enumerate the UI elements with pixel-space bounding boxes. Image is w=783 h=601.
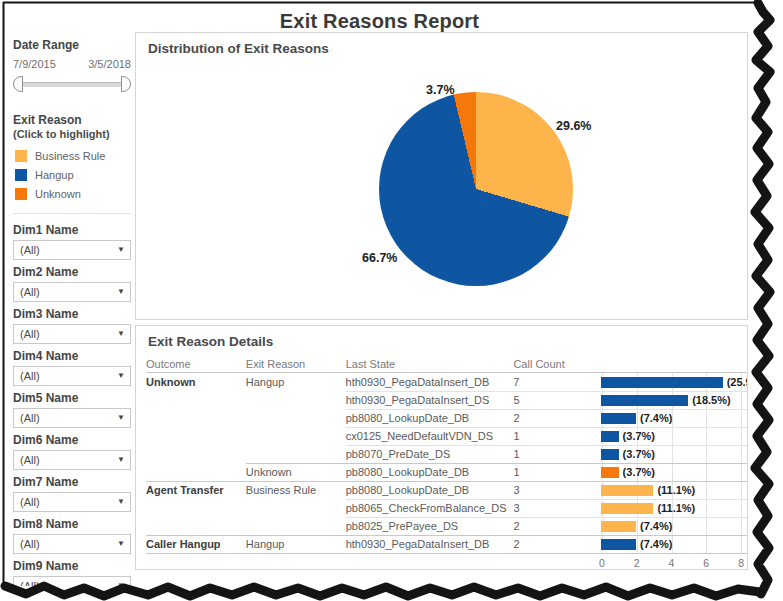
axis-tick-label: 0 (599, 557, 605, 569)
call-count-bar[interactable] (601, 413, 636, 424)
sidebar: Date Range 7/9/2015 3/5/2018 Exit Reason… (11, 30, 133, 586)
call-count-bar[interactable] (601, 521, 636, 532)
filter-label: Dim5 Name (13, 391, 131, 405)
table-row: pb8070_PreDate_DS 1 (3.7%) (146, 445, 747, 463)
call-count-bar[interactable] (601, 503, 653, 514)
call-count-bar[interactable] (601, 539, 636, 550)
cell-last-state: pb8080_LookupDate_DB (346, 409, 514, 427)
filter-label: Dim4 Name (13, 349, 131, 363)
cell-last-state: hth0930_PegaDataInsert_DB (346, 373, 514, 391)
filter-label: Dim9 Name (13, 559, 131, 573)
cell-call-count: 1 (513, 463, 601, 481)
axis-tick-label: 8 (738, 557, 744, 569)
call-count-bar[interactable] (601, 449, 618, 460)
column-header-exit-reason: Exit Reason (246, 356, 346, 372)
dashboard-content: Exit Reasons Report Date Range 7/9/2015 … (4, 4, 755, 586)
table-row: Unknown Hangup hth0930_PegaDataInsert_DB… (146, 373, 747, 391)
filter-selected-value: (All) (20, 493, 40, 511)
cell-call-count: 2 (513, 535, 601, 553)
filter-label: Dim8 Name (13, 517, 131, 531)
filter-selected-value: (All) (20, 451, 40, 469)
bar-percentage-label: (7.4%) (640, 518, 672, 535)
call-count-bar[interactable] (601, 395, 688, 406)
dimension-filter: Dim4 Name (All) ▼ (13, 349, 131, 386)
cell-last-state: hth0930_PegaDataInsert_DB (346, 535, 514, 553)
cell-exit-reason (246, 517, 346, 535)
table-header: Outcome Exit Reason Last State Call Coun… (146, 356, 747, 373)
filter-dropdown[interactable]: (All) ▼ (13, 576, 131, 586)
filter-dropdown[interactable]: (All) ▼ (13, 324, 131, 344)
slider-handle-right[interactable] (121, 76, 131, 92)
filter-dropdown[interactable]: (All) ▼ (13, 282, 131, 302)
filter-dropdown[interactable]: (All) ▼ (13, 408, 131, 428)
slider-handle-left[interactable] (13, 76, 23, 92)
bar-percentage-label: (3.7%) (623, 446, 655, 463)
chevron-down-icon: ▼ (117, 246, 125, 254)
legend-item[interactable]: Hangup (13, 165, 131, 184)
table-row: pb8065_CheckFromBalance_DS 3 (11.1%) (146, 499, 747, 517)
cell-exit-reason (246, 445, 346, 463)
pie-slice-label-hangup: 66.7% (362, 251, 397, 265)
details-table: Outcome Exit Reason Last State Call Coun… (146, 356, 747, 570)
bar-percentage-label: (25.9%) (727, 374, 748, 391)
legend-item[interactable]: Unknown (13, 184, 131, 203)
filter-selected-value: (All) (20, 409, 40, 427)
filter-dropdown[interactable]: (All) ▼ (13, 366, 131, 386)
sidebar-divider (13, 213, 131, 214)
date-range-slider[interactable] (13, 75, 131, 93)
legend-label: Business Rule (35, 150, 105, 162)
chevron-down-icon: ▼ (117, 288, 125, 296)
cell-outcome (146, 391, 246, 409)
filter-selected-value: (All) (20, 241, 40, 259)
cell-call-count: 2 (513, 517, 601, 535)
bar-percentage-label: (18.5%) (692, 392, 731, 409)
cell-exit-reason: Business Rule (246, 481, 346, 499)
call-count-bar[interactable] (601, 431, 618, 442)
call-count-bar[interactable] (601, 377, 723, 388)
call-count-bar[interactable] (601, 467, 618, 478)
chevron-down-icon: ▼ (117, 414, 125, 422)
filter-dropdown[interactable]: (All) ▼ (13, 492, 131, 512)
legend-item[interactable]: Business Rule (13, 146, 131, 165)
slider-track[interactable] (15, 82, 129, 87)
filter-label: Dim1 Name (13, 223, 131, 237)
cell-exit-reason (246, 391, 346, 409)
dimension-filter: Dim8 Name (All) ▼ (13, 517, 131, 554)
bar-percentage-label: (7.4%) (640, 410, 672, 427)
cell-exit-reason (246, 427, 346, 445)
dimension-filter: Dim9 Name (All) ▼ (13, 559, 131, 586)
cell-outcome (146, 463, 246, 481)
pie-slice-label-business-rule: 29.6% (556, 119, 591, 133)
axis-tick-label: 2 (634, 557, 640, 569)
legend-label: Unknown (35, 188, 81, 200)
column-header-call-count: Call Count (513, 356, 601, 372)
cell-bar: (25.9%) (601, 373, 747, 391)
pie-slice-label-unknown: 3.7% (426, 83, 455, 97)
cell-bar: (3.7%) (601, 463, 747, 481)
cell-call-count: 3 (513, 499, 601, 517)
dimension-filter-list: Dim1 Name (All) ▼ Dim2 Name (All) ▼ Dim3… (13, 223, 131, 586)
cell-last-state: pb8080_LookupDate_DB (346, 463, 514, 481)
filter-dropdown[interactable]: (All) ▼ (13, 450, 131, 470)
chevron-down-icon: ▼ (117, 330, 125, 338)
bar-percentage-label: (7.4%) (640, 536, 672, 553)
call-count-bar[interactable] (601, 485, 653, 496)
filter-dropdown[interactable]: (All) ▼ (13, 240, 131, 260)
filter-label: Dim2 Name (13, 265, 131, 279)
chevron-down-icon: ▼ (117, 456, 125, 464)
chevron-down-icon: ▼ (117, 582, 125, 586)
filter-label: Dim6 Name (13, 433, 131, 447)
cell-call-count: 7 (513, 373, 601, 391)
bar-chart-axis: 02468 Call Count (602, 554, 748, 570)
cell-bar: (7.4%) (601, 535, 747, 553)
table-row: pb8025_PrePayee_DS 2 (7.4%) (146, 517, 747, 535)
cell-exit-reason: Hangup (246, 373, 346, 391)
date-range-end: 3/5/2018 (88, 58, 131, 70)
filter-dropdown[interactable]: (All) ▼ (13, 534, 131, 554)
pie-chart[interactable] (379, 92, 573, 286)
exit-reason-filter-label: Exit Reason (13, 113, 131, 127)
dimension-filter: Dim7 Name (All) ▼ (13, 475, 131, 512)
pie-panel-title: Distribution of Exit Reasons (136, 33, 747, 56)
cell-outcome (146, 517, 246, 535)
filter-selected-value: (All) (20, 535, 40, 553)
